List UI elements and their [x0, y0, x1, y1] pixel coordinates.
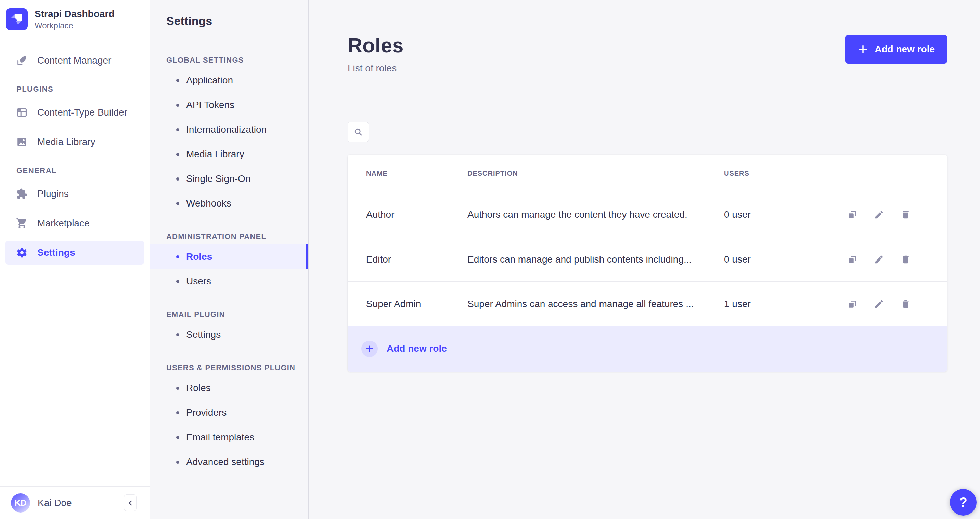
- add-new-role-row-label: Add new role: [387, 343, 447, 354]
- subnav-item-users[interactable]: Users: [150, 269, 308, 294]
- workspace-name: Workplace: [35, 21, 114, 30]
- bullet-dot: [176, 153, 179, 156]
- sidebar-item-label: Marketplace: [37, 218, 90, 229]
- subnav-item-label: Email templates: [186, 432, 254, 443]
- puzzle-icon: [16, 188, 28, 200]
- duplicate-button[interactable]: [847, 254, 858, 265]
- subnav-section-header: ADMINISTRATION PANEL: [166, 232, 308, 241]
- subnav-item-label: Roles: [186, 251, 212, 262]
- sidebar-footer: KD Kai Doe: [0, 486, 150, 519]
- bullet-dot: [176, 387, 179, 390]
- search-icon: [353, 127, 363, 137]
- subnav-item-label: Media Library: [186, 149, 244, 160]
- sidebar-section-general: GENERAL: [16, 166, 150, 175]
- subnav-item-email-templates[interactable]: Email templates: [150, 425, 308, 449]
- sidebar-item-settings[interactable]: Settings: [5, 241, 144, 265]
- brand-text: Strapi Dashboard Workplace: [35, 8, 114, 30]
- main-sidebar: Strapi Dashboard Workplace Content Manag…: [0, 0, 150, 519]
- role-name: Editor: [366, 254, 468, 265]
- sidebar-item-media-library[interactable]: Media Library: [5, 130, 144, 154]
- subnav-item-media-library[interactable]: Media Library: [150, 142, 308, 167]
- role-description: Authors can manage the content they have…: [468, 209, 724, 220]
- delete-button[interactable]: [900, 209, 912, 220]
- table-row-editor[interactable]: Editor Editors can manage and publish co…: [348, 237, 947, 281]
- main-content: Roles List of roles Add new role NAME DE…: [309, 0, 980, 519]
- sidebar-item-label: Settings: [37, 247, 75, 258]
- subnav-section-administration-panel: ADMINISTRATION PANEL Roles Users: [150, 232, 308, 294]
- row-actions: [847, 298, 912, 309]
- row-actions: [847, 209, 912, 220]
- gear-icon: [16, 247, 28, 259]
- subnav-section-users-permissions: USERS & PERMISSIONS PLUGIN Roles Provide…: [150, 363, 308, 474]
- layout-grid-icon: [16, 107, 28, 118]
- image-icon: [16, 136, 28, 148]
- search-button[interactable]: [348, 122, 369, 142]
- bullet-dot: [176, 202, 179, 205]
- edit-button[interactable]: [874, 254, 885, 265]
- subnav-item-label: Settings: [186, 329, 221, 340]
- add-new-role-row[interactable]: Add new role: [348, 326, 947, 371]
- roles-table-card: NAME DESCRIPTION USERS Author Authors ca…: [348, 154, 947, 371]
- subnav-item-webhooks[interactable]: Webhooks: [150, 191, 308, 216]
- bullet-dot: [176, 411, 179, 414]
- role-description: Editors can manage and publish contents …: [468, 254, 724, 265]
- edit-button[interactable]: [874, 209, 885, 220]
- subnav-item-label: Roles: [186, 383, 211, 394]
- page-header: Roles List of roles Add new role: [348, 0, 947, 74]
- sidebar-item-marketplace[interactable]: Marketplace: [5, 211, 144, 235]
- add-new-role-label: Add new role: [875, 44, 935, 55]
- subnav-item-email-settings[interactable]: Settings: [150, 322, 308, 347]
- strapi-logo-icon: [6, 8, 28, 30]
- delete-button[interactable]: [900, 298, 912, 309]
- subnav-item-application[interactable]: Application: [150, 68, 308, 93]
- bullet-dot: [176, 460, 179, 463]
- plus-circle-icon: [361, 341, 378, 357]
- table-row-author[interactable]: Author Authors can manage the content th…: [348, 192, 947, 237]
- role-users-count: 0 user: [724, 209, 847, 220]
- bullet-dot: [176, 128, 179, 131]
- subnav-item-providers[interactable]: Providers: [150, 400, 308, 425]
- subnav-section-header: EMAIL PLUGIN: [166, 310, 308, 319]
- subnav-section-header: USERS & PERMISSIONS PLUGIN: [166, 363, 308, 372]
- help-button[interactable]: ?: [950, 489, 977, 516]
- sidebar-item-plugins[interactable]: Plugins: [5, 182, 144, 206]
- main-nav-list: Content Manager PLUGINS Content-Type Bui…: [0, 39, 150, 486]
- duplicate-button[interactable]: [847, 298, 858, 309]
- role-name: Author: [366, 209, 468, 220]
- sidebar-item-label: Media Library: [37, 136, 95, 148]
- feather-pen-icon: [16, 55, 28, 66]
- page-title: Roles: [348, 34, 403, 57]
- plus-icon: [858, 44, 869, 55]
- table-row-super-admin[interactable]: Super Admin Super Admins can access and …: [348, 281, 947, 326]
- bullet-dot: [176, 436, 179, 439]
- duplicate-button[interactable]: [847, 209, 858, 220]
- chevron-left-icon: [126, 498, 135, 507]
- subnav-item-up-roles[interactable]: Roles: [150, 376, 308, 400]
- collapse-sidebar-button[interactable]: [124, 494, 137, 511]
- app-title: Strapi Dashboard: [35, 8, 114, 20]
- subnav-item-single-sign-on[interactable]: Single Sign-On: [150, 167, 308, 191]
- subnav-item-internationalization[interactable]: Internationalization: [150, 117, 308, 142]
- bullet-dot: [176, 79, 179, 82]
- edit-button[interactable]: [874, 298, 885, 309]
- sidebar-item-label: Content-Type Builder: [37, 107, 127, 118]
- delete-button[interactable]: [900, 254, 912, 265]
- sidebar-item-label: Content Manager: [37, 55, 111, 66]
- role-description: Super Admins can access and manage all f…: [468, 298, 724, 309]
- add-new-role-button[interactable]: Add new role: [845, 35, 947, 63]
- bullet-dot: [176, 333, 179, 336]
- sidebar-item-content-type-builder[interactable]: Content-Type Builder: [5, 100, 144, 124]
- sidebar-section-plugins: PLUGINS: [16, 85, 150, 94]
- subnav-item-label: Advanced settings: [186, 456, 264, 467]
- subnav-item-api-tokens[interactable]: API Tokens: [150, 93, 308, 117]
- divider: [166, 39, 182, 39]
- role-users-count: 1 user: [724, 298, 847, 309]
- user-name: Kai Doe: [38, 497, 116, 508]
- subnav-item-advanced-settings[interactable]: Advanced settings: [150, 449, 308, 474]
- brand: Strapi Dashboard Workplace: [0, 0, 150, 39]
- column-header-description: DESCRIPTION: [468, 170, 724, 178]
- subnav-item-label: Users: [186, 276, 211, 287]
- table-header-row: NAME DESCRIPTION USERS: [348, 154, 947, 192]
- subnav-item-roles[interactable]: Roles: [150, 244, 308, 269]
- sidebar-item-content-manager[interactable]: Content Manager: [5, 49, 144, 73]
